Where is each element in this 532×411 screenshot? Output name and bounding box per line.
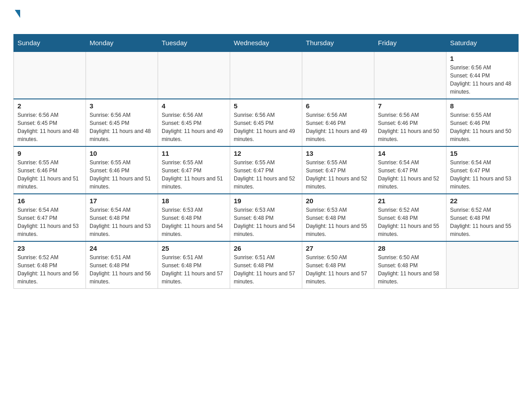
- column-header-saturday: Saturday: [446, 34, 519, 52]
- calendar-cell: 9Sunrise: 6:55 AM Sunset: 6:46 PM Daylig…: [14, 146, 86, 194]
- day-info: Sunrise: 6:52 AM Sunset: 6:48 PM Dayligh…: [450, 206, 515, 238]
- calendar-week-row: 2Sunrise: 6:56 AM Sunset: 6:45 PM Daylig…: [14, 99, 519, 146]
- day-info: Sunrise: 6:52 AM Sunset: 6:48 PM Dayligh…: [17, 253, 82, 286]
- day-info: Sunrise: 6:55 AM Sunset: 6:46 PM Dayligh…: [450, 111, 515, 143]
- calendar-cell: 6Sunrise: 6:56 AM Sunset: 6:46 PM Daylig…: [302, 99, 374, 146]
- calendar-cell: [446, 241, 519, 289]
- day-info: Sunrise: 6:54 AM Sunset: 6:48 PM Dayligh…: [90, 206, 154, 238]
- column-header-tuesday: Tuesday: [158, 34, 230, 52]
- day-info: Sunrise: 6:50 AM Sunset: 6:48 PM Dayligh…: [306, 253, 370, 286]
- day-info: Sunrise: 6:56 AM Sunset: 6:45 PM Dayligh…: [17, 111, 82, 143]
- day-info: Sunrise: 6:56 AM Sunset: 6:45 PM Dayligh…: [234, 111, 298, 143]
- calendar-cell: 20Sunrise: 6:53 AM Sunset: 6:48 PM Dayli…: [302, 194, 374, 241]
- day-info: Sunrise: 6:51 AM Sunset: 6:48 PM Dayligh…: [162, 253, 226, 286]
- day-number: 15: [450, 150, 515, 157]
- calendar-week-row: 23Sunrise: 6:52 AM Sunset: 6:48 PM Dayli…: [14, 241, 519, 289]
- day-info: Sunrise: 6:52 AM Sunset: 6:48 PM Dayligh…: [378, 206, 442, 238]
- calendar-cell: [86, 51, 158, 99]
- day-number: 7: [378, 102, 442, 110]
- day-info: Sunrise: 6:53 AM Sunset: 6:48 PM Dayligh…: [162, 206, 226, 238]
- day-info: Sunrise: 6:56 AM Sunset: 6:46 PM Dayligh…: [378, 111, 442, 143]
- calendar-cell: 13Sunrise: 6:55 AM Sunset: 6:47 PM Dayli…: [302, 146, 374, 194]
- day-number: 28: [378, 244, 442, 252]
- calendar-cell: 24Sunrise: 6:51 AM Sunset: 6:48 PM Dayli…: [86, 241, 158, 289]
- day-info: Sunrise: 6:56 AM Sunset: 6:46 PM Dayligh…: [306, 111, 370, 143]
- day-info: Sunrise: 6:53 AM Sunset: 6:48 PM Dayligh…: [306, 206, 370, 238]
- calendar-cell: 23Sunrise: 6:52 AM Sunset: 6:48 PM Dayli…: [14, 241, 86, 289]
- day-number: 19: [234, 197, 298, 205]
- logo-top: [13, 9, 20, 18]
- calendar-week-row: 16Sunrise: 6:54 AM Sunset: 6:47 PM Dayli…: [14, 194, 519, 241]
- calendar-cell: 16Sunrise: 6:54 AM Sunset: 6:47 PM Dayli…: [14, 194, 86, 241]
- calendar-cell: 21Sunrise: 6:52 AM Sunset: 6:48 PM Dayli…: [374, 194, 446, 241]
- day-info: Sunrise: 6:56 AM Sunset: 6:45 PM Dayligh…: [162, 111, 226, 143]
- day-info: Sunrise: 6:55 AM Sunset: 6:46 PM Dayligh…: [17, 158, 82, 191]
- logo-arrow-icon: [15, 10, 20, 18]
- day-number: 23: [17, 244, 82, 252]
- day-number: 20: [306, 197, 370, 205]
- day-info: Sunrise: 6:54 AM Sunset: 6:47 PM Dayligh…: [378, 158, 442, 191]
- day-number: 10: [90, 150, 154, 157]
- column-header-thursday: Thursday: [302, 34, 374, 52]
- column-header-wednesday: Wednesday: [230, 34, 302, 52]
- calendar-cell: 12Sunrise: 6:55 AM Sunset: 6:47 PM Dayli…: [230, 146, 302, 194]
- calendar-cell: 15Sunrise: 6:54 AM Sunset: 6:47 PM Dayli…: [446, 146, 519, 194]
- calendar-cell: 22Sunrise: 6:52 AM Sunset: 6:48 PM Dayli…: [446, 194, 519, 241]
- day-number: 26: [234, 244, 298, 252]
- calendar-cell: 25Sunrise: 6:51 AM Sunset: 6:48 PM Dayli…: [158, 241, 230, 289]
- calendar-cell: [374, 51, 446, 99]
- page-header: [13, 9, 519, 30]
- day-info: Sunrise: 6:54 AM Sunset: 6:47 PM Dayligh…: [17, 206, 82, 238]
- calendar-cell: 28Sunrise: 6:50 AM Sunset: 6:48 PM Dayli…: [374, 241, 446, 289]
- calendar-table: SundayMondayTuesdayWednesdayThursdayFrid…: [13, 34, 519, 289]
- calendar-cell: [158, 51, 230, 99]
- day-info: Sunrise: 6:56 AM Sunset: 6:44 PM Dayligh…: [450, 64, 515, 96]
- day-number: 3: [90, 102, 154, 110]
- calendar-cell: 5Sunrise: 6:56 AM Sunset: 6:45 PM Daylig…: [230, 99, 302, 146]
- calendar-header-row: SundayMondayTuesdayWednesdayThursdayFrid…: [14, 34, 519, 52]
- day-info: Sunrise: 6:54 AM Sunset: 6:47 PM Dayligh…: [450, 158, 515, 191]
- calendar-cell: 2Sunrise: 6:56 AM Sunset: 6:45 PM Daylig…: [14, 99, 86, 146]
- day-number: 18: [162, 197, 226, 205]
- day-number: 9: [17, 150, 82, 157]
- day-number: 24: [90, 244, 154, 252]
- day-info: Sunrise: 6:55 AM Sunset: 6:46 PM Dayligh…: [90, 158, 154, 191]
- calendar-cell: 19Sunrise: 6:53 AM Sunset: 6:48 PM Dayli…: [230, 194, 302, 241]
- calendar-cell: [14, 51, 86, 99]
- day-number: 13: [306, 150, 370, 157]
- calendar-week-row: 9Sunrise: 6:55 AM Sunset: 6:46 PM Daylig…: [14, 146, 519, 194]
- calendar-cell: 18Sunrise: 6:53 AM Sunset: 6:48 PM Dayli…: [158, 194, 230, 241]
- day-info: Sunrise: 6:56 AM Sunset: 6:45 PM Dayligh…: [90, 111, 154, 143]
- day-number: 5: [234, 102, 298, 110]
- calendar-cell: 27Sunrise: 6:50 AM Sunset: 6:48 PM Dayli…: [302, 241, 374, 289]
- calendar-cell: 4Sunrise: 6:56 AM Sunset: 6:45 PM Daylig…: [158, 99, 230, 146]
- day-number: 1: [450, 55, 515, 62]
- day-info: Sunrise: 6:50 AM Sunset: 6:48 PM Dayligh…: [378, 253, 442, 286]
- calendar-cell: [302, 51, 374, 99]
- day-info: Sunrise: 6:55 AM Sunset: 6:47 PM Dayligh…: [306, 158, 370, 191]
- day-number: 2: [17, 102, 82, 110]
- calendar-cell: 1Sunrise: 6:56 AM Sunset: 6:44 PM Daylig…: [446, 51, 519, 99]
- day-number: 11: [162, 150, 226, 157]
- day-info: Sunrise: 6:55 AM Sunset: 6:47 PM Dayligh…: [162, 158, 226, 191]
- day-number: 16: [17, 197, 82, 205]
- calendar-cell: 7Sunrise: 6:56 AM Sunset: 6:46 PM Daylig…: [374, 99, 446, 146]
- calendar-cell: 3Sunrise: 6:56 AM Sunset: 6:45 PM Daylig…: [86, 99, 158, 146]
- day-number: 27: [306, 244, 370, 252]
- logo: [13, 9, 20, 30]
- column-header-sunday: Sunday: [14, 34, 86, 52]
- day-info: Sunrise: 6:51 AM Sunset: 6:48 PM Dayligh…: [234, 253, 298, 286]
- day-number: 22: [450, 197, 515, 205]
- calendar-cell: [230, 51, 302, 99]
- day-number: 25: [162, 244, 226, 252]
- calendar-cell: 14Sunrise: 6:54 AM Sunset: 6:47 PM Dayli…: [374, 146, 446, 194]
- day-number: 8: [450, 102, 515, 110]
- day-number: 12: [234, 150, 298, 157]
- calendar-cell: 26Sunrise: 6:51 AM Sunset: 6:48 PM Dayli…: [230, 241, 302, 289]
- column-header-friday: Friday: [374, 34, 446, 52]
- day-number: 6: [306, 102, 370, 110]
- day-number: 4: [162, 102, 226, 110]
- calendar-cell: 17Sunrise: 6:54 AM Sunset: 6:48 PM Dayli…: [86, 194, 158, 241]
- day-number: 17: [90, 197, 154, 205]
- calendar-week-row: 1Sunrise: 6:56 AM Sunset: 6:44 PM Daylig…: [14, 51, 519, 99]
